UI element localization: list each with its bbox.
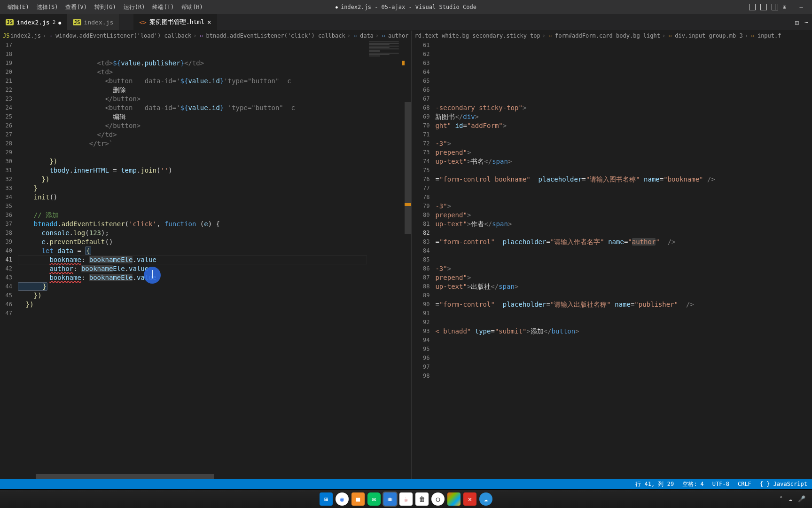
code-right[interactable]: -secondary sticky-top"> 新图书</div> ght" i… bbox=[435, 41, 812, 479]
more-actions-icon[interactable]: ⋯ bbox=[804, 19, 808, 26]
trash-icon[interactable]: 🗑 bbox=[415, 492, 429, 506]
status-encoding[interactable]: UTF-8 bbox=[712, 481, 729, 487]
overview-marker bbox=[405, 203, 411, 206]
chevron-right-icon: › bbox=[43, 32, 46, 39]
chevron-right-icon: › bbox=[347, 32, 351, 39]
tab-badge: 2 bbox=[53, 19, 56, 25]
breadcrumb-symbol[interactable]: input.f bbox=[757, 32, 781, 39]
tray-cloud-icon[interactable]: ☁ bbox=[789, 495, 792, 502]
tab-html[interactable]: <> 案例图书管理.html bbox=[133, 14, 217, 30]
variable-icon: ▫ bbox=[352, 32, 358, 39]
cloud-icon[interactable]: ☁ bbox=[479, 492, 492, 506]
element-icon: ▫ bbox=[750, 32, 756, 39]
tray-mic-icon[interactable]: 🎤 bbox=[798, 495, 805, 502]
property-icon: ▫ bbox=[381, 32, 386, 39]
breadcrumb-symbol[interactable]: btnadd.addEventListener('click') callbac… bbox=[206, 32, 345, 39]
breadcrumb-symbol[interactable]: window.addEventListener('load') callback bbox=[55, 32, 191, 39]
app-circle-icon[interactable]: ◯ bbox=[431, 492, 445, 506]
tabs-left-group: JS index2.js 2 JS index.js ◫ ⋯ <> 案例图书管理… bbox=[0, 14, 812, 31]
html-file-icon: <> bbox=[139, 19, 147, 26]
tray-chevron-up-icon[interactable]: ˄ bbox=[780, 495, 783, 502]
menu-view[interactable]: 查看(V) bbox=[62, 3, 91, 11]
element-icon: ▫ bbox=[547, 32, 553, 39]
wechat-icon[interactable]: ✉ bbox=[367, 492, 381, 506]
menu-run[interactable]: 运行(R) bbox=[120, 3, 149, 11]
text-cursor bbox=[152, 270, 153, 278]
overview-ruler-left[interactable] bbox=[405, 41, 411, 479]
tab-label: 案例图书管理.html bbox=[149, 18, 204, 26]
menubar: 编辑(E) 选择(S) 查看(V) 转到(G) 运行(R) 终端(T) 帮助(H… bbox=[0, 0, 812, 14]
app-orange-icon[interactable]: ■ bbox=[351, 492, 365, 506]
breadcrumb-left[interactable]: JS index2.js › ▫ window.addEventListener… bbox=[0, 31, 411, 41]
editor-group-right: rd.text-white.bg-secondary.sticky-top › … bbox=[412, 31, 812, 479]
layout-panel-bottom-icon[interactable] bbox=[760, 4, 767, 10]
breadcrumb-symbol[interactable]: rd.text-white.bg-secondary.sticky-top bbox=[414, 32, 540, 39]
element-icon: ▫ bbox=[667, 32, 673, 39]
chrome-icon[interactable]: ◉ bbox=[336, 492, 349, 506]
menu-goto[interactable]: 转到(G) bbox=[91, 3, 120, 11]
js-file-icon: JS bbox=[6, 19, 14, 25]
breadcrumb-symbol[interactable]: author bbox=[388, 32, 408, 39]
gutter-left: 1718192021222324252627282930313233343536… bbox=[0, 41, 18, 479]
tab-label: index2.js bbox=[16, 19, 49, 26]
method-icon: ▫ bbox=[48, 32, 54, 39]
breadcrumb-right[interactable]: rd.text-white.bg-secondary.sticky-top › … bbox=[412, 31, 812, 41]
editor-left[interactable]: 1718192021222324252627282930313233343536… bbox=[0, 41, 411, 479]
breadcrumb-file[interactable]: index2.js bbox=[10, 32, 41, 39]
window-minimize-icon[interactable]: — bbox=[794, 4, 808, 10]
breadcrumb-symbol[interactable]: form#addForm.card-body.bg-light bbox=[555, 32, 660, 39]
chevron-right-icon: › bbox=[375, 32, 379, 39]
split-editor-icon[interactable]: ◫ bbox=[795, 19, 799, 26]
status-indent[interactable]: 空格: 4 bbox=[682, 480, 704, 488]
js-file-icon: JS bbox=[3, 32, 8, 39]
gutter-right: 6162636465666768697071727374757677787980… bbox=[412, 41, 435, 479]
menu-edit[interactable]: 编辑(E) bbox=[4, 3, 33, 11]
chevron-right-icon: › bbox=[193, 32, 196, 39]
menu-help[interactable]: 帮助(H) bbox=[178, 3, 207, 11]
vscode-icon[interactable]: ⩩ bbox=[383, 492, 397, 506]
windows-taskbar: ⊞ ◉ ■ ✉ ⩩ ☕ 🗑 ◯ ✕ ☁ ˄ ☁ 🎤 bbox=[0, 489, 812, 508]
tab-close-icon[interactable] bbox=[58, 19, 61, 26]
status-language[interactable]: { } JavaScript bbox=[760, 481, 807, 487]
minimap-left[interactable] bbox=[367, 41, 405, 479]
app-cup-icon[interactable]: ☕ bbox=[399, 492, 413, 506]
tab-label: index.js bbox=[84, 19, 114, 26]
system-tray[interactable]: ˄ ☁ 🎤 bbox=[780, 495, 805, 502]
breadcrumb-symbol[interactable]: data bbox=[360, 32, 374, 39]
layout-panel-right-icon[interactable] bbox=[772, 4, 778, 10]
editor-split: JS index2.js › ▫ window.addEventListener… bbox=[0, 31, 812, 479]
breadcrumb-symbol[interactable]: div.input-group.mb-3 bbox=[675, 32, 743, 39]
status-cursor-pos[interactable]: 行 41, 列 29 bbox=[635, 480, 674, 488]
chevron-right-icon: › bbox=[542, 32, 546, 39]
layout-panel-left-icon[interactable] bbox=[749, 4, 756, 10]
chevron-right-icon: › bbox=[662, 32, 665, 39]
layout-customize-icon[interactable]: ⊞ bbox=[783, 4, 789, 10]
statusbar: 行 41, 列 29 空格: 4 UTF-8 CRLF { } JavaScri… bbox=[0, 479, 812, 489]
chevron-right-icon: › bbox=[745, 32, 748, 39]
window-title: index2.js - 05-ajax - Visual Studio Code bbox=[336, 4, 476, 10]
editor-right[interactable]: 6162636465666768697071727374757677787980… bbox=[412, 41, 812, 479]
menu-terminal[interactable]: 终端(T) bbox=[148, 3, 178, 11]
vertical-scrollbar[interactable] bbox=[405, 102, 411, 234]
wps-icon[interactable]: ✕ bbox=[463, 492, 476, 506]
status-eol[interactable]: CRLF bbox=[738, 481, 751, 487]
horizontal-scrollbar[interactable] bbox=[36, 474, 214, 479]
tab-close-icon[interactable] bbox=[207, 18, 211, 26]
menu-select[interactable]: 选择(S) bbox=[33, 3, 62, 11]
tab-index2-js[interactable]: JS index2.js 2 bbox=[0, 14, 67, 30]
tab-index-js[interactable]: JS index.js bbox=[67, 14, 119, 30]
start-menu-icon[interactable]: ⊞ bbox=[320, 492, 333, 506]
js-file-icon: JS bbox=[73, 19, 81, 25]
app-blocks-icon[interactable] bbox=[447, 492, 461, 506]
editor-group-left: JS index2.js › ▫ window.addEventListener… bbox=[0, 31, 412, 479]
method-icon: ▫ bbox=[198, 32, 204, 39]
code-left[interactable]: <td> <td>${value.publisher}</td> <td> <b… bbox=[18, 41, 367, 479]
